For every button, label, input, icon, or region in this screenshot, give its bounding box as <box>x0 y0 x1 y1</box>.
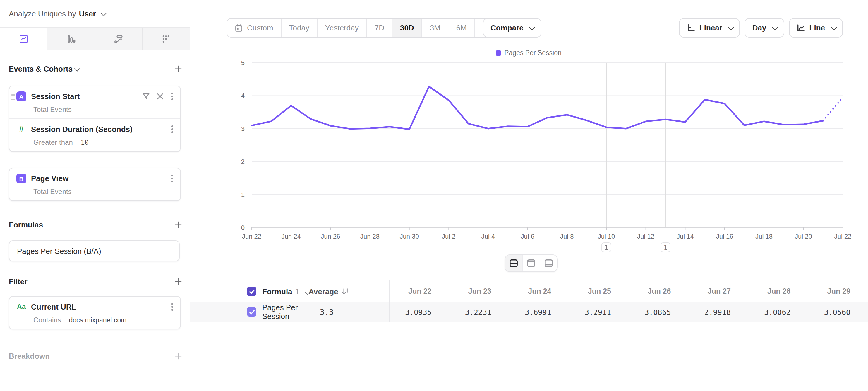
cell-value: 2.9918 <box>689 307 749 316</box>
select-all-checkbox[interactable] <box>247 287 256 296</box>
chevron-down-icon <box>74 66 80 71</box>
flows-icon <box>114 34 124 44</box>
view-toggle-group <box>504 254 558 272</box>
svg-text:0: 0 <box>241 224 245 231</box>
table-date-values: 3.09353.22313.69913.29113.08652.99183.00… <box>389 307 868 316</box>
row-average-value: 3.3 <box>320 307 389 316</box>
filter-property-name[interactable]: Current URL <box>31 303 76 311</box>
range-custom[interactable]: Custom <box>227 19 282 37</box>
event-letter-badge: B <box>17 173 26 184</box>
annotation-badge[interactable]: 1 <box>602 243 611 252</box>
range-7d[interactable]: 7D <box>367 19 393 37</box>
property-filter[interactable]: Greater than 10 <box>33 138 175 146</box>
event-name[interactable]: Session Start <box>31 92 80 101</box>
date-column-header[interactable]: Jun 23 <box>449 287 509 296</box>
chart-controls: Linear Day Line <box>679 18 843 37</box>
date-column-header[interactable]: Jun 26 <box>629 287 689 296</box>
range-today[interactable]: Today <box>282 19 317 37</box>
event-a-card[interactable]: A Session Start Total Events <box>9 86 181 151</box>
svg-text:Jun 22: Jun 22 <box>242 233 261 240</box>
range-30d[interactable]: 30D <box>393 19 422 37</box>
svg-text:Jul 8: Jul 8 <box>560 233 574 240</box>
property-name[interactable]: Session Duration (Seconds) <box>31 125 132 134</box>
linear-axis-icon <box>687 24 695 32</box>
table-only-icon <box>544 259 553 267</box>
date-column-header[interactable]: Jun 24 <box>509 287 569 296</box>
formulas-header: Formulas <box>9 220 182 229</box>
chart-only-toggle[interactable] <box>523 255 540 272</box>
filter-condition[interactable]: Contains docs.mixpanel.com <box>33 316 175 324</box>
svg-text:1: 1 <box>241 191 245 198</box>
tab-insights[interactable] <box>0 28 48 50</box>
add-filter-button[interactable] <box>175 278 182 285</box>
svg-text:Jul 6: Jul 6 <box>521 233 534 240</box>
chevron-down-icon <box>101 10 106 16</box>
scale-dropdown[interactable]: Linear <box>679 18 740 37</box>
more-options-icon[interactable] <box>170 91 175 101</box>
range-3m[interactable]: 3M <box>422 19 448 37</box>
report-type-tabs <box>0 28 190 50</box>
add-event-button[interactable] <box>175 65 182 73</box>
svg-text:1: 1 <box>604 244 609 251</box>
range-6m[interactable]: 6M <box>448 19 475 37</box>
event-aggregation[interactable]: Total Events <box>33 106 175 114</box>
table-header-row: Formula 1 Average Jun 22Jun 23Jun 24Jun … <box>190 281 868 301</box>
event-letter-badge: A <box>17 91 26 102</box>
event-aggregation[interactable]: Total Events <box>33 188 175 196</box>
event-b-card[interactable]: B Page View Total Events <box>9 168 181 201</box>
drag-handle-icon[interactable] <box>11 94 15 100</box>
analyze-value-dropdown[interactable]: User <box>79 9 96 18</box>
date-column-header[interactable]: Jun 29 <box>808 287 868 296</box>
more-options-icon[interactable] <box>170 173 175 183</box>
filter-funnel-icon[interactable] <box>143 93 150 100</box>
breakdown-header: Breakdown <box>9 352 182 361</box>
svg-text:2: 2 <box>241 158 245 165</box>
tab-retention[interactable] <box>143 28 190 50</box>
split-view-toggle[interactable] <box>505 255 523 272</box>
events-cohorts-title[interactable]: Events & Cohorts <box>9 64 72 73</box>
date-column-header[interactable]: Jun 27 <box>689 287 749 296</box>
cell-value: 3.0062 <box>748 307 808 316</box>
filter-card[interactable]: Aa Current URL Contains docs.mixpanel.co… <box>9 296 181 329</box>
cell-value: 3.0935 <box>389 307 449 316</box>
svg-text:5: 5 <box>241 59 245 66</box>
breakdown-title: Breakdown <box>9 352 50 361</box>
insights-chart-icon <box>19 34 28 44</box>
add-formula-button[interactable] <box>175 221 182 229</box>
svg-text:Jun 30: Jun 30 <box>400 233 419 240</box>
cell-value: 3.2911 <box>569 307 629 316</box>
svg-text:Jul 2: Jul 2 <box>442 233 455 240</box>
split-view-icon <box>509 259 518 267</box>
formula-card[interactable]: Pages Per Session (B/A) <box>9 240 180 261</box>
line-chart[interactable]: 012345Jun 22Jun 24Jun 26Jun 28Jun 30Jul … <box>189 53 868 259</box>
svg-text:4: 4 <box>241 92 245 100</box>
more-options-icon[interactable] <box>170 302 175 312</box>
table-column-divider <box>389 280 390 322</box>
table-only-toggle[interactable] <box>540 255 557 272</box>
add-breakdown-button[interactable] <box>175 352 182 360</box>
svg-text:Jun 24: Jun 24 <box>282 233 301 240</box>
tab-flows[interactable] <box>95 28 143 50</box>
annotation-badge[interactable]: 1 <box>661 243 670 252</box>
date-column-header[interactable]: Jun 28 <box>748 287 808 296</box>
date-column-header[interactable]: Jun 22 <box>389 287 449 296</box>
svg-text:1: 1 <box>664 244 668 251</box>
date-column-header[interactable]: Jun 25 <box>569 287 629 296</box>
row-checkbox[interactable] <box>247 307 256 316</box>
range-yesterday[interactable]: Yesterday <box>317 19 367 37</box>
granularity-dropdown[interactable]: Day <box>745 18 784 37</box>
formula-column-header[interactable]: Formula 1 <box>262 287 308 296</box>
tab-funnels[interactable] <box>48 28 95 50</box>
remove-event-icon[interactable] <box>157 93 163 100</box>
svg-text:Jul 14: Jul 14 <box>677 233 694 240</box>
event-name[interactable]: Page View <box>31 174 68 183</box>
formulas-title: Formulas <box>9 220 43 229</box>
chart-only-icon <box>527 259 535 267</box>
svg-text:3: 3 <box>241 125 245 133</box>
chart-type-dropdown[interactable]: Line <box>789 18 843 37</box>
table-row[interactable]: Pages Per Session 3.3 3.09353.22313.6991… <box>190 302 868 322</box>
svg-text:Jul 12: Jul 12 <box>637 233 654 240</box>
compare-button[interactable]: Compare <box>483 18 541 37</box>
formula-name[interactable]: Pages Per Session (B/A) <box>17 247 101 255</box>
more-options-icon[interactable] <box>170 124 175 134</box>
